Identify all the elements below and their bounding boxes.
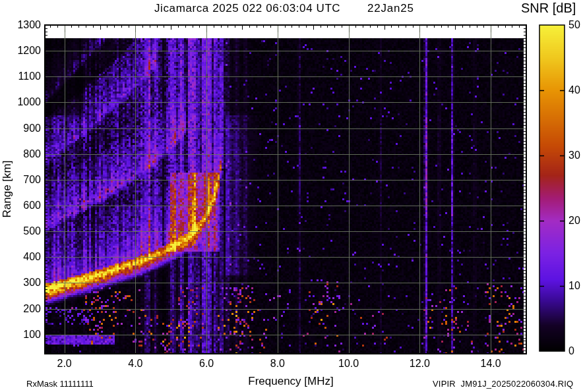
y-tick-label: 1100 [11, 70, 41, 82]
x-tick-label: 14.0 [474, 358, 507, 370]
y-tick-label: 300 [11, 277, 41, 289]
colorbar-tick-label: 20 [568, 215, 580, 227]
colorbar-tick-label: 30 [568, 150, 580, 161]
ionogram-canvas [0, 0, 583, 392]
x-tick-label: 4.0 [119, 358, 152, 370]
x-axis-label: Frequency [MHz] [225, 375, 357, 388]
y-tick-label: 700 [11, 174, 41, 186]
y-tick-label: 1300 [11, 19, 41, 31]
rx-mask-label: RxMask 11111111 [26, 379, 94, 389]
x-tick-label: 8.0 [261, 358, 294, 370]
colorbar-tick-label: 50 [568, 19, 580, 31]
y-tick-label: 600 [11, 200, 41, 211]
x-tick-label: 2.0 [48, 358, 81, 370]
y-tick-label: 800 [11, 148, 41, 160]
x-tick-label: 10.0 [332, 358, 365, 370]
y-tick-label: 900 [11, 123, 41, 134]
y-tick-label: 500 [11, 225, 41, 237]
colorbar-tick-label: 40 [568, 84, 580, 96]
ionogram-app: Jicamarca 2025 022 06:03:04 UTC 22Jan25 … [0, 0, 583, 392]
y-tick-label: 1000 [11, 96, 41, 108]
colorbar-tick-label: 10 [568, 280, 580, 292]
data-file-label: VIPIR JM91J_2025022060304.RIQ [433, 379, 573, 389]
y-tick-label: 400 [11, 251, 41, 263]
y-axis-label: Range [km] [1, 153, 14, 225]
y-tick-label: 1200 [11, 45, 41, 57]
y-tick-label: 100 [11, 329, 41, 341]
x-tick-label: 12.0 [403, 358, 436, 370]
page-title: Jicamarca 2025 022 06:03:04 UTC [154, 2, 340, 15]
colorbar-title: SNR [dB] [521, 1, 576, 16]
y-tick-label: 200 [11, 303, 41, 315]
colorbar-tick-label: 0 [568, 345, 574, 357]
title-date: 22Jan25 [367, 2, 414, 15]
x-tick-label: 6.0 [190, 358, 223, 370]
